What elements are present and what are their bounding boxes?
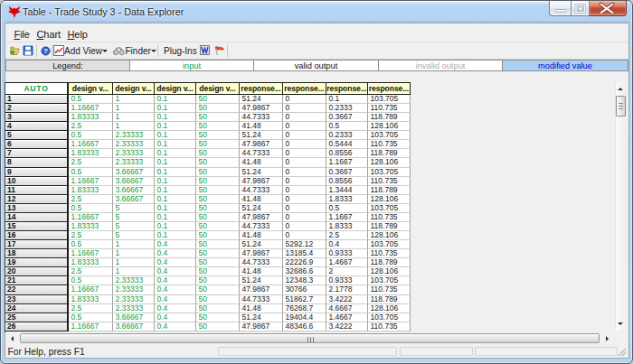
svg-text:?: ? — [43, 47, 48, 55]
